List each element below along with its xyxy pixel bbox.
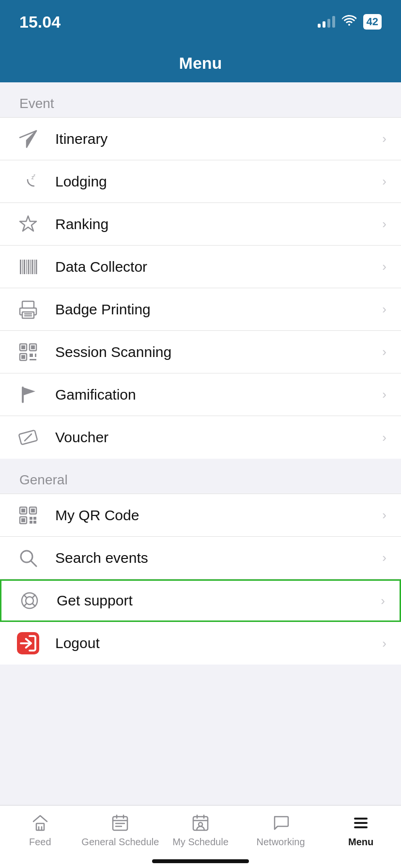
svg-line-47 [33, 604, 35, 606]
menu-item-logout[interactable]: Logout › [0, 622, 401, 665]
tab-feed[interactable]: Feed [0, 812, 80, 848]
paper-plane-icon [15, 125, 42, 153]
signal-icon [318, 16, 335, 28]
svg-text:z: z [33, 173, 35, 177]
calendar-icon [109, 812, 131, 834]
voucher-label: Voucher [55, 429, 382, 446]
chevron-icon: › [382, 430, 386, 445]
svg-rect-13 [36, 260, 37, 274]
menu-header: Menu [0, 44, 401, 82]
tab-bar: Feed General Schedule [0, 805, 401, 868]
svg-rect-27 [22, 387, 24, 403]
menu-item-session-scanning[interactable]: Session Scanning › [0, 331, 401, 373]
svg-rect-26 [30, 359, 36, 360]
tab-menu[interactable]: Menu [321, 812, 401, 848]
header-title: Menu [179, 54, 222, 73]
svg-rect-49 [36, 823, 44, 830]
tab-general-schedule[interactable]: General Schedule [80, 812, 161, 848]
ranking-label: Ranking [55, 216, 382, 232]
star-icon [15, 211, 42, 238]
my-schedule-tab-label: My Schedule [172, 837, 229, 848]
svg-rect-31 [21, 509, 25, 512]
svg-rect-38 [30, 521, 32, 524]
networking-tab-label: Networking [257, 837, 305, 848]
lifebuoy-icon [16, 587, 43, 614]
svg-rect-12 [34, 260, 35, 274]
tab-networking[interactable]: Networking [241, 812, 321, 848]
status-time: 15.04 [19, 13, 61, 31]
svg-rect-7 [24, 260, 25, 274]
menu-item-ranking[interactable]: Ranking › [0, 203, 401, 246]
svg-rect-35 [21, 518, 25, 522]
chevron-icon: › [382, 259, 386, 274]
menu-item-badge-printing[interactable]: Badge Printing › [0, 288, 401, 331]
svg-rect-21 [31, 345, 35, 349]
badge-printing-label: Badge Printing [55, 301, 382, 318]
printer-icon [15, 296, 42, 323]
itinerary-label: Itinerary [55, 131, 382, 147]
chat-icon [270, 812, 292, 834]
wifi-icon [342, 15, 356, 29]
menu-item-my-qr-code[interactable]: My QR Code › [0, 494, 401, 537]
chevron-icon: › [382, 174, 386, 189]
chevron-icon: › [382, 344, 386, 359]
svg-rect-9 [28, 260, 30, 274]
svg-rect-10 [31, 260, 31, 274]
svg-line-45 [33, 595, 35, 598]
session-scanning-label: Session Scanning [55, 344, 382, 360]
battery-indicator: 42 [363, 14, 382, 30]
home-indicator [152, 859, 249, 863]
chevron-icon: › [382, 131, 386, 146]
svg-rect-65 [354, 826, 368, 828]
svg-rect-23 [21, 355, 25, 359]
qr-scan-icon [15, 339, 42, 366]
get-support-label: Get support [57, 592, 381, 609]
ticket-icon [15, 424, 42, 451]
svg-rect-33 [31, 509, 35, 512]
svg-rect-64 [354, 822, 368, 824]
flag-icon [15, 381, 42, 408]
tab-my-schedule[interactable]: My Schedule [160, 812, 241, 848]
svg-rect-25 [35, 354, 36, 357]
svg-line-41 [31, 561, 36, 566]
chevron-icon: › [382, 550, 386, 565]
menu-item-get-support[interactable]: Get support › [0, 579, 401, 622]
chevron-icon: › [382, 508, 386, 523]
menu-item-itinerary[interactable]: Itinerary › [0, 118, 401, 160]
chevron-icon: › [382, 217, 386, 232]
data-collector-label: Data Collector [55, 259, 382, 275]
svg-rect-6 [22, 260, 23, 274]
event-section: Event Itinerary › [0, 82, 401, 459]
my-qr-code-label: My QR Code [55, 507, 382, 524]
content-area: Event Itinerary › [0, 82, 401, 732]
svg-rect-39 [33, 521, 36, 524]
svg-rect-37 [33, 517, 36, 520]
hamburger-icon [350, 812, 371, 834]
event-section-label: Event [0, 82, 401, 117]
svg-rect-5 [20, 260, 21, 274]
svg-point-43 [26, 597, 33, 604]
svg-rect-58 [193, 817, 208, 830]
svg-line-29 [25, 434, 31, 441]
chevron-icon: › [382, 387, 386, 402]
svg-rect-24 [30, 354, 33, 357]
menu-item-search-events[interactable]: Search events › [0, 537, 401, 579]
calendar-user-icon [190, 812, 211, 834]
menu-item-voucher[interactable]: Voucher › [0, 416, 401, 459]
svg-line-44 [24, 595, 27, 598]
svg-rect-14 [22, 301, 34, 308]
menu-item-data-collector[interactable]: Data Collector › [0, 246, 401, 288]
logout-label: Logout [55, 635, 382, 651]
svg-rect-15 [22, 312, 34, 318]
event-menu-list: Itinerary › z z Lodging › [0, 117, 401, 459]
svg-marker-4 [20, 216, 36, 231]
moon-icon: z z [15, 168, 42, 195]
menu-item-lodging[interactable]: z z Lodging › [0, 160, 401, 203]
svg-rect-19 [21, 345, 25, 349]
chevron-icon: › [381, 593, 385, 608]
menu-item-gamification[interactable]: Gamification › [0, 373, 401, 416]
qr-code-icon [15, 502, 42, 529]
svg-rect-8 [26, 260, 27, 274]
chevron-icon: › [382, 302, 386, 317]
svg-rect-63 [354, 818, 368, 820]
